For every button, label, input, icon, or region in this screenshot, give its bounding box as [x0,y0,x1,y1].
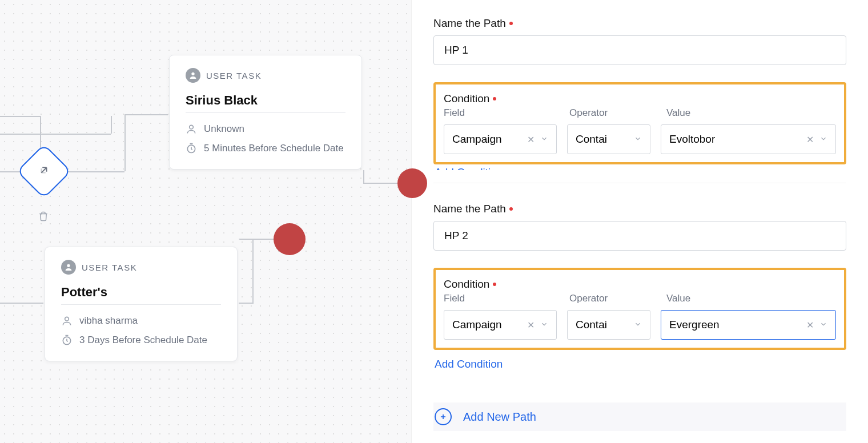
svg-point-3 [67,264,70,267]
task-assignee-row: Unknown [186,123,345,135]
task-timing-row: 3 Days Before Schedule Date [61,335,221,346]
chevron-down-icon[interactable] [634,133,642,146]
task-title: Potter's [61,285,221,300]
chevron-down-icon[interactable] [540,133,548,146]
chevron-down-icon[interactable] [819,319,827,331]
field-column-label: Field [444,293,569,304]
condition-value-select[interactable]: Evoltobor ✕ [661,124,836,154]
clear-icon[interactable]: ✕ [806,320,814,331]
path-config-panel: Name the Path Condition Field Operator V… [411,0,868,443]
task-timing-row: 5 Minutes Before Schedule Date [186,143,345,154]
value-column-label: Value [666,293,836,304]
task-type-label: USER TASK [82,263,137,272]
condition-field-select[interactable]: Campaign ✕ [444,124,557,154]
condition-value-select[interactable]: Evergreen ✕ [661,310,836,340]
add-condition-link[interactable]: Add Condition [435,358,503,370]
chevron-down-icon[interactable] [634,319,642,331]
clock-icon [186,143,197,154]
clear-icon[interactable]: ✕ [806,134,814,145]
task-card[interactable]: USER TASK Potter's vibha sharma 3 Days B… [45,247,238,361]
gateway-node[interactable] [18,145,70,198]
svg-point-0 [191,73,194,75]
path-name-input[interactable] [433,221,846,251]
task-type-label: USER TASK [206,71,262,80]
condition-block: Condition Field Operator Value Campaign … [433,82,846,164]
path-name-input[interactable] [433,35,846,65]
person-icon [61,315,73,327]
branch-icon [38,164,50,179]
endpoint-node[interactable] [274,223,306,255]
clear-icon[interactable]: ✕ [527,320,535,331]
svg-point-1 [190,125,194,129]
condition-field-select[interactable]: Campaign ✕ [444,310,557,340]
task-title: Sirius Black [186,93,345,108]
endpoint-node[interactable] [397,168,427,198]
svg-point-4 [65,317,69,321]
value-column-label: Value [666,107,836,119]
chevron-down-icon[interactable] [540,319,548,331]
delete-icon[interactable] [38,211,49,224]
workflow-canvas[interactable]: USER TASK Sirius Black Unknown 5 Minutes… [0,0,411,443]
clear-icon[interactable]: ✕ [527,134,535,145]
plus-circle-icon [435,408,452,425]
path-name-label: Name the Path [433,203,846,215]
field-column-label: Field [444,107,569,119]
chevron-down-icon[interactable] [819,133,827,146]
condition-block: Condition Field Operator Value Campaign … [433,268,846,350]
clock-icon [61,335,73,346]
path-name-label: Name the Path [433,17,846,30]
person-icon [186,123,197,135]
user-icon [61,260,76,275]
add-condition-link[interactable]: Add Condition [435,168,503,170]
add-new-path-button[interactable]: Add New Path [433,402,846,431]
user-icon [186,68,200,83]
condition-operator-select[interactable]: Contai [567,124,650,154]
operator-column-label: Operator [569,107,666,119]
condition-operator-select[interactable]: Contai [567,310,650,340]
task-assignee-row: vibha sharma [61,315,221,327]
operator-column-label: Operator [569,293,666,304]
task-card[interactable]: USER TASK Sirius Black Unknown 5 Minutes… [169,55,362,170]
